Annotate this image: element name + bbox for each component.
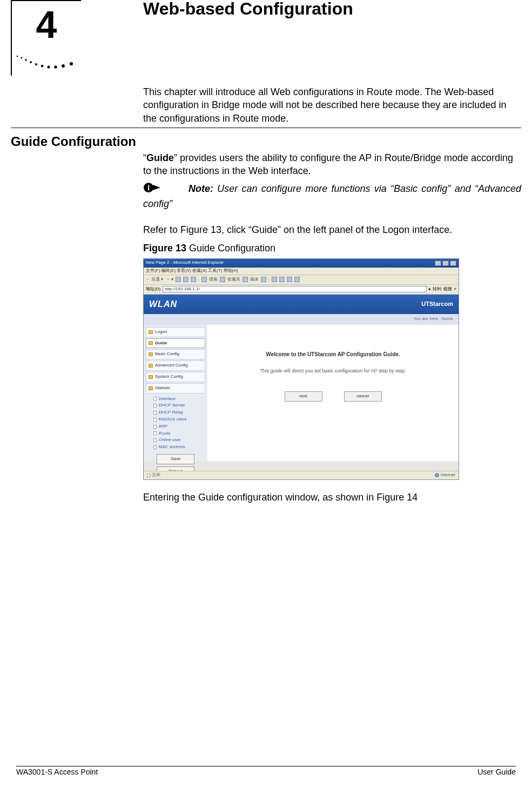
folder-icon [149,330,153,334]
svg-point-5 [41,65,44,68]
status-bar: 完毕 Internet [144,471,459,479]
footer-right: User Guide [477,768,516,776]
close-button[interactable] [450,261,456,266]
maximize-button[interactable] [442,261,449,266]
guide-keyword: Guide [146,152,174,163]
sub-item-mac-address[interactable]: MAC address [153,444,205,451]
page-header: WLAN UTStarcom [144,295,459,314]
svg-point-8 [62,64,65,68]
sidebar-subitem-label: DHCP Server [159,403,185,409]
home-icon[interactable] [191,277,196,282]
sidebar-item-basic-config[interactable]: Basic Config [146,349,205,359]
edit-icon[interactable] [287,277,292,282]
svg-text:i: i [147,183,150,192]
links-label[interactable]: 链接 [443,286,452,292]
search-label[interactable]: 搜索 [209,277,218,283]
info-icon: i [143,181,161,197]
address-input[interactable]: http://192.168.1.1/ [163,286,427,292]
svg-point-0 [17,56,18,57]
status-left: 完毕 [152,472,160,478]
sidebar-item-label: Logon [155,329,167,335]
address-label: 地址(D) [146,286,160,292]
breadcrumb: You are here : Guide [413,316,453,322]
minimize-button[interactable] [435,261,441,266]
sub-item-radius-client[interactable]: RADIUS client [153,416,205,423]
sidebar-item-system-config[interactable]: System Config [146,372,205,382]
welcome-heading: Welcome to the UTStarcom AP Configuratio… [213,351,453,358]
favorites-label[interactable]: 收藏夹 [227,277,240,283]
address-bar: 地址(D) http://192.168.1.1/ ▸ 转到 链接 » [144,285,459,295]
section-divider [11,128,521,128]
page-footer: WA3001-S Access Point User Guide [16,766,516,776]
sidebar-item-statistic[interactable]: Statistic [146,383,205,394]
folder-icon [149,341,153,345]
sub-item-interface[interactable]: Interface [153,396,205,403]
folder-icon [149,352,153,356]
sidebar-item-label: Basic Config [155,351,179,357]
sidebar-subitem-label: DHCP Relay [159,410,183,416]
sidebar-subitem-label: Online user [159,437,181,443]
doc-icon [153,404,157,408]
forward-button[interactable]: → ▾ [165,277,173,283]
figure-title: Guide Configuration [186,243,275,254]
sub-item-dhcp-server[interactable]: DHCP Server [153,402,205,409]
after-figure-paragraph: Entering the Guide configuration window,… [143,491,521,504]
refer-paragraph: Refer to Figure 13, click “Guide” on the… [143,223,521,236]
next-button[interactable]: next [285,391,322,402]
sidebar-item-label: System Config [155,374,183,380]
svg-point-9 [70,62,73,65]
chapter-title: Web-based Configuration [143,0,353,19]
sidebar-item-advanced-config[interactable]: Advanced Config [146,361,205,371]
media-icon[interactable] [243,277,248,282]
save-button[interactable]: Save [157,454,194,464]
doc-icon [153,418,157,422]
sidebar-item-logon[interactable]: Logon [146,327,205,337]
discuss-icon[interactable] [294,277,300,282]
favorites-icon[interactable] [220,277,225,282]
window-title: New Page 2 - Microsoft Internet Explorer [146,260,224,266]
intro-paragraph: This chapter will introduce all Web conf… [143,85,521,125]
brand-logo: UTStarcom [421,300,453,308]
sidebar-subitem-label: RADIUS client [159,417,186,423]
doc-icon [153,411,157,415]
svg-point-7 [54,65,57,68]
note-block: i Note: User can configure more function… [143,181,521,211]
svg-point-4 [35,63,37,65]
cancel-button[interactable]: cancel [344,391,382,402]
guide-description-text: This guide will direct you set basic con… [213,368,453,374]
sub-item-route[interactable]: Route [153,430,205,437]
stop-icon[interactable] [176,277,181,282]
toolbar: ← 后退 ▾ → ▾ | 搜索 收藏夹 媒体 | [144,275,459,285]
sub-item-online-user[interactable]: Online user [153,437,205,444]
sidebar-item-label: Statistic [155,385,170,391]
sidebar-item-guide[interactable]: Guide [146,338,205,349]
links-chevron-icon[interactable]: » [454,286,456,292]
footer-left: WA3001-S Access Point [16,768,98,776]
note-label: Note: [188,183,213,194]
mail-icon[interactable] [272,277,277,282]
doc-icon [153,438,157,442]
sidebar-sublist: Interface DHCP Server DHCP Relay RADIUS … [146,395,205,452]
back-label[interactable]: ← 后退 ▾ [146,277,163,283]
doc-icon [153,425,157,429]
status-right: Internet [441,472,455,478]
menubar[interactable]: 文件(F) 编辑(E) 查看(V) 收藏(A) 工具(T) 帮助(H) [144,268,459,275]
sidebar-subitem-label: Route [159,431,170,437]
guide-description: “Guide” provides users the ability to co… [143,151,521,178]
section-heading: Guide Configuration [11,134,136,149]
sidebar-subitem-label: ARP [159,424,167,430]
history-icon[interactable] [261,277,266,282]
sidebar-item-label: Advanced Config [155,363,188,369]
wlan-logo: WLAN [149,298,177,310]
go-button[interactable]: ▸ 转到 [429,286,441,292]
refresh-icon[interactable] [183,277,188,282]
search-icon[interactable] [201,277,207,282]
doc-icon [153,397,157,401]
window-buttons [435,261,456,266]
media-label[interactable]: 媒体 [250,277,259,283]
sub-item-arp[interactable]: ARP [153,423,205,430]
sub-item-dhcp-relay[interactable]: DHCP Relay [153,409,205,416]
svg-point-1 [21,57,23,59]
print-icon[interactable] [279,277,285,282]
globe-icon [435,473,439,477]
